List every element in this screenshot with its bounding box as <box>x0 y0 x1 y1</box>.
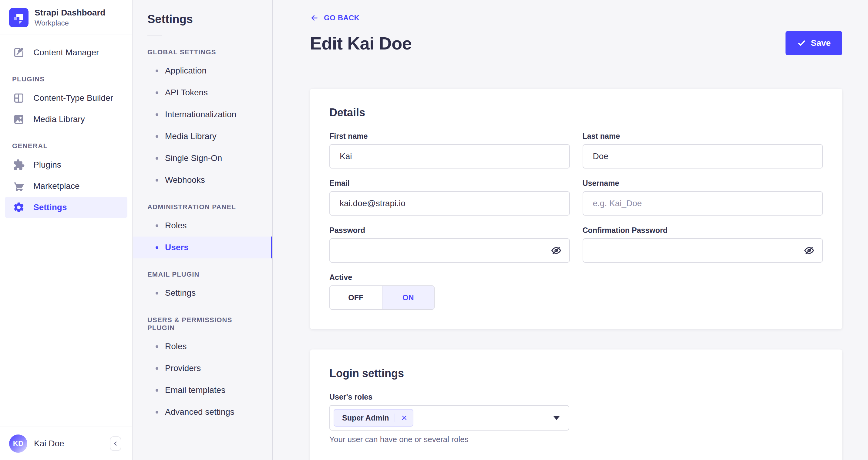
active-toggle-on[interactable]: ON <box>382 286 434 309</box>
page-header: Edit Kai Doe Save <box>310 31 842 55</box>
nav-item-settings[interactable]: Settings <box>5 197 127 218</box>
username-input[interactable] <box>583 191 823 215</box>
subnav-item-label: Settings <box>165 288 196 298</box>
collapse-sidebar-button[interactable] <box>110 436 121 451</box>
content-area: GO BACK Edit Kai Doe Save Details First … <box>273 0 868 460</box>
username-field: Username <box>583 179 823 215</box>
brand-text: Strapi Dashboard Workplace <box>35 8 105 27</box>
nav-item-plugins[interactable]: Plugins <box>5 154 127 175</box>
subnav-item-label: Media Library <box>165 132 217 141</box>
nav-section-header-plugins: PLUGINS <box>12 75 132 83</box>
confirmation-password-field: Confirmation Password <box>583 226 823 263</box>
subnav-item-internationalization[interactable]: Internationalization <box>133 104 272 125</box>
subnav-item-api-tokens[interactable]: API Tokens <box>133 82 272 104</box>
arrow-left-icon <box>310 13 319 23</box>
subnav-header-global-settings: GLOBAL SETTINGS <box>147 48 257 56</box>
nav-item-media-library[interactable]: Media Library <box>5 109 127 130</box>
subnav-item-label: Email templates <box>165 385 225 395</box>
roles-helper-text: Your user can have one or several roles <box>329 435 823 444</box>
bullet-icon <box>156 69 158 72</box>
confirmation-password-label: Confirmation Password <box>583 226 823 235</box>
active-toggle[interactable]: OFF ON <box>329 285 435 310</box>
sidebar-footer: KD Kai Doe <box>0 427 132 460</box>
nav-item-label: Content-Type Builder <box>33 93 113 103</box>
subnav-item-email-settings[interactable]: Settings <box>133 282 272 304</box>
first-name-label: First name <box>329 132 570 141</box>
save-label: Save <box>811 38 831 48</box>
active-label: Active <box>329 273 570 282</box>
bullet-icon <box>156 345 158 348</box>
email-input[interactable] <box>329 191 570 215</box>
password-label: Password <box>329 226 570 235</box>
layout-grid-icon <box>13 92 25 104</box>
workspace-title: Strapi Dashboard <box>35 8 105 18</box>
password-input[interactable] <box>329 238 570 263</box>
avatar[interactable]: KD <box>9 434 27 453</box>
subnav-item-label: Single Sign-On <box>165 153 222 163</box>
user-row: KD Kai Doe <box>0 427 132 460</box>
gear-icon <box>13 201 25 213</box>
subnav-item-webhooks[interactable]: Webhooks <box>133 169 272 191</box>
subnav-item-label: Advanced settings <box>165 407 235 417</box>
bullet-icon <box>156 367 158 370</box>
save-button[interactable]: Save <box>785 31 842 55</box>
login-settings-heading: Login settings <box>329 367 823 380</box>
image-icon <box>13 113 25 125</box>
main-nav-sections: Content Manager PLUGINS Content-Type Bui… <box>0 35 132 427</box>
details-grid: First name Last name Email Username Pass… <box>329 132 823 310</box>
feather-icon <box>13 47 25 59</box>
users-roles-select[interactable]: Super Admin <box>329 405 569 431</box>
go-back-link[interactable]: GO BACK <box>310 13 360 23</box>
nav-item-marketplace[interactable]: Marketplace <box>5 175 127 197</box>
subnav-header-users-permissions-plugin: USERS & PERMISSIONS PLUGIN <box>147 316 257 332</box>
toggle-password-visibility-button[interactable] <box>549 243 564 258</box>
subnav-item-users[interactable]: Users <box>133 236 272 258</box>
bullet-icon <box>156 91 158 94</box>
password-field: Password <box>329 226 570 263</box>
subnav-item-providers[interactable]: Providers <box>133 357 272 379</box>
divider <box>147 35 162 36</box>
subnav-item-label: Internationalization <box>165 110 236 119</box>
eye-off-icon <box>803 253 815 257</box>
login-settings-card: Login settings User's roles Super Admin … <box>310 349 842 460</box>
subnav-item-media-library[interactable]: Media Library <box>133 125 272 147</box>
nav-item-content-manager[interactable]: Content Manager <box>5 42 127 63</box>
nav-item-content-type-builder[interactable]: Content-Type Builder <box>5 87 127 109</box>
subnav-item-label: Webhooks <box>165 175 205 185</box>
active-toggle-off[interactable]: OFF <box>330 286 382 309</box>
subnav-item-label: Roles <box>165 342 187 351</box>
subnav-item-up-roles[interactable]: Roles <box>133 336 272 357</box>
subnav-item-advanced-settings[interactable]: Advanced settings <box>133 401 272 423</box>
strapi-logo-icon <box>9 8 29 27</box>
last-name-field: Last name <box>583 132 823 169</box>
last-name-input[interactable] <box>583 144 823 169</box>
nav-section-header-general: GENERAL <box>12 142 132 150</box>
bullet-icon <box>156 224 158 227</box>
confirmation-password-input[interactable] <box>583 238 823 263</box>
first-name-input[interactable] <box>329 144 570 169</box>
first-name-field: First name <box>329 132 570 169</box>
bullet-icon <box>156 179 158 181</box>
nav-item-label: Marketplace <box>33 181 80 191</box>
workspace-brand[interactable]: Strapi Dashboard Workplace <box>0 0 132 35</box>
active-field: Active OFF ON <box>329 273 570 310</box>
subnav-item-roles[interactable]: Roles <box>133 215 272 236</box>
chevron-left-icon <box>112 440 119 448</box>
subnav-header-email-plugin: EMAIL PLUGIN <box>147 270 257 279</box>
username-label: Username <box>583 179 823 188</box>
subnav-item-single-sign-on[interactable]: Single Sign-On <box>133 147 272 169</box>
toggle-confirmation-visibility-button[interactable] <box>802 243 817 258</box>
last-name-label: Last name <box>583 132 823 141</box>
bullet-icon <box>156 157 158 160</box>
page-title: Edit Kai Doe <box>310 33 412 53</box>
subnav-item-email-templates[interactable]: Email templates <box>133 379 272 401</box>
chevron-down-icon <box>554 416 560 420</box>
user-name: Kai Doe <box>34 439 110 449</box>
subnav-item-label: API Tokens <box>165 88 208 97</box>
remove-role-button[interactable] <box>401 414 408 422</box>
subnav-item-label: Roles <box>165 221 187 230</box>
users-roles-label: User's roles <box>329 393 823 401</box>
email-field: Email <box>329 179 570 215</box>
bullet-icon <box>156 389 158 392</box>
subnav-item-application[interactable]: Application <box>133 60 272 82</box>
